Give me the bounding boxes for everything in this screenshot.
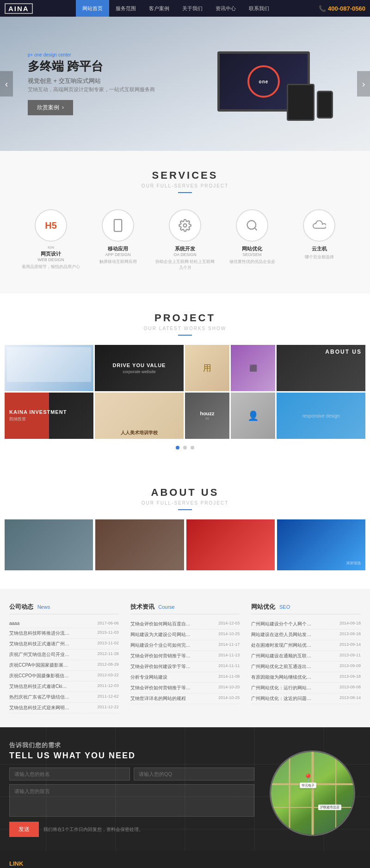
news-link[interactable]: 分析专业网站建设 [130,674,167,681]
contact-heading-en: TELL US WHAT YOU NEED [9,751,254,761]
news-link[interactable]: 网站建设在这些人员网站发展几几人 [251,631,311,638]
news-link[interactable]: 广州网站优化：这近的问题的问题 [251,695,311,702]
dot-1[interactable] [176,446,179,450]
project-item-artschool[interactable]: 人人美术培训学校 [95,393,184,439]
hero-view-btn[interactable]: 欣赏案例 › [28,100,73,115]
project-item-drive[interactable]: DRIVE YOU VALUE corporate website [95,345,184,391]
project-item-girl[interactable]: 👤 [231,393,275,439]
news-link[interactable]: 艾纳会评价如何网站百度自然排名 [130,621,191,627]
news-link[interactable]: 庆祝CCPO中国摄像影视信息展正式 [9,673,69,679]
news-date: 2013-09-11 [339,653,361,659]
news-col2-item-5: 分析专业网站建设 2014-11-08 [130,672,240,683]
news-link[interactable]: 庆祝广州艾纳信息公司开业典礼 [9,651,69,658]
news-date: 2014-10-20 [218,685,240,691]
project-title: PROJECT [5,312,365,324]
nav-item-contact[interactable]: 联系我们 [242,0,276,17]
news-date: 2013-09-14 [339,642,361,649]
news-col2-item-1: 网站建设为大建设公司网站的用途 2014-10-25 [130,630,240,640]
news-link[interactable]: 艾纳信息科技正式邀请广州市客员 [9,641,69,647]
news-date: 2014-09-18 [339,621,361,627]
service-icon-cloud [303,209,335,242]
main-nav: 网站首页 服务范围 客户案例 关于我们 资讯中心 联系我们 [76,0,276,17]
about-section: ABOUT US OUR FULL-SERVES PROJECT 演讲现场 [0,468,370,589]
map-circle: 📍 华元电子 沪联超市总店 [270,750,355,836]
project-item-purple[interactable]: ⬛ [231,345,275,391]
link-section: LINK 国际网站 | 高天空间 [9,860,361,868]
news-link[interactable]: 艾纳会评价如何营销推于等于网站建 [130,685,191,691]
news-link[interactable]: 热烈庆祝广东省乙甲级结信息展正式 [9,694,69,700]
news-link[interactable]: 艾纳会评价如何建设学于等于网站建 [130,663,191,670]
news-col1-item-5: 庆祝CCPO中国摄像影视信息展正式 2012-03-22 [9,671,119,681]
project-item-vase[interactable]: ⽤ [185,345,229,391]
news-col1-item-1: 艾纳信息科技即将推进分流营销渠道 2015-11-03 [9,628,119,639]
news-date: 2012-03-22 [98,673,119,679]
hero-arrow-left[interactable]: ‹ [0,71,13,97]
project-item-multiscreen[interactable]: responsive design [277,393,365,439]
service-name-2: 系统开发 [155,245,215,252]
news-col-seo: 网站优化 SEO 广州网站建设分个个人网个人的分享 2014-09-18 网站建… [251,603,361,713]
news-date: 2013-09-09 [339,663,361,670]
project-item-aboutus[interactable]: ABOUT US [277,345,365,391]
service-desc-1: 触屏移动互联网应用 [88,259,148,265]
news-link[interactable]: 广州网站建设在通顺的互联网算法 [251,653,311,659]
news-col3-item-1: 网站建设在这些人员网站发展几几人 2013-09-18 [251,630,361,640]
news-link[interactable]: 有原因能做为网站继续优化对网站优 [251,674,311,681]
news-link[interactable]: 艾纳信息科技正式邀请Ckinhewei [9,683,69,690]
nav-item-home[interactable]: 网站首页 [76,0,109,17]
news-link[interactable]: 广州网站优化之前互通连出的分析 [251,663,311,670]
news-col3-item-5: 有原因能做为网站继续优化对网站优 2013-09-18 [251,672,361,683]
service-item-3: 网站优化 SEO/SEM 做优量性优的优品企业必 [220,205,284,275]
news-link[interactable]: 处在困难时发现广州网站优化有几种 [251,642,311,649]
service-name-4: 云主机 [289,245,349,252]
hero-arrow-right[interactable]: › [357,71,370,97]
news-link[interactable]: 庆祝CCPA中国国家摄影展联盟正式 [9,662,69,668]
service-desc-4: 哪个百业都选择 [289,254,349,260]
news-link[interactable]: 网站建设分个业公司如何完成网络确 [130,642,191,649]
contact-message-input[interactable] [9,784,254,817]
news-date: 2014-11-13 [218,653,240,659]
service-desc-2: 协助企业上互联网 轻松上互联网几个月 [155,259,215,270]
news-col3-item-4: 广州网站优化之前互通连出的分析 2013-09-09 [251,662,361,672]
news-date: 2014-10-25 [218,631,240,638]
project-item-houzz[interactable]: houzz m [185,393,229,439]
news-date: 2014-11-11 [218,663,240,670]
contact-qq-input[interactable] [134,768,254,781]
service-name-1: 移动应用 [88,245,148,252]
dot-3[interactable] [191,446,194,450]
project-item-website[interactable] [5,345,93,391]
news-col3-item-2: 处在困难时发现广州网站优化有几种 2013-09-14 [251,640,361,651]
news-link[interactable]: 艾纳信息科技即将推进分流营销渠道 [9,630,69,637]
nav-item-services[interactable]: 服务范围 [109,0,142,17]
contact-map: 📍 华元电子 沪联超市总店 [264,741,361,836]
news-col1-item-8: 艾纳信息科技正式迎来网明白百周 2011-12-22 [9,703,119,713]
services-grid: H5 IGN 网页设计 WEB DESIGN 着用品质细节，愉悦的品用户心 移动… [7,205,363,275]
dot-2[interactable] [183,446,187,450]
about-photos: 演讲现场 [5,519,365,570]
news-link[interactable]: 艾纳会评价如何营销推于等于网站建 [130,653,191,659]
project-item-kaina[interactable]: KAINA INVESTMENT 凯纳投资 [5,393,93,439]
contact-name-input[interactable] [9,768,130,781]
services-divider [178,192,192,193]
news-link[interactable]: 广州网站优化：运行的网站优化 [251,685,311,691]
map-label-station: 沪联超市总店 [318,805,341,810]
news-col3-item-0: 广州网站建设分个个人网个人的分享 2014-09-18 [251,619,361,630]
service-item-2: 系统开发 OA DESIGN 协助企业上互联网 轻松上互联网几个月 [153,205,217,275]
news-date: 2011-12-62 [98,694,119,700]
service-icon-system [169,209,201,242]
nav-item-news[interactable]: 资讯中心 [209,0,242,17]
service-icon-html5: H5 [35,209,67,242]
news-link[interactable]: 广州网站建设分个个人网个人的分享 [251,621,311,627]
project-subtitle: OUR LATEST WORKS SHOW [5,326,365,331]
news-date: 2012-08-29 [98,662,119,668]
news-link[interactable]: 艾纳世详详名的网站的规程 [130,695,186,702]
contact-submit-btn[interactable]: 发送 [9,822,39,837]
news-link[interactable]: 网站建设为大建设公司网站的用途 [130,631,191,638]
logo: AINA [5,3,33,14]
news-link[interactable]: aaaa [9,621,19,626]
news-link[interactable]: 艾纳信息科技正式迎来网明白百周 [9,705,69,711]
nav-item-cases[interactable]: 客户案例 [142,0,176,17]
news-date: 2013-08-14 [339,695,361,702]
about-photo-1 [5,519,93,570]
nav-item-about[interactable]: 关于我们 [176,0,209,17]
project-grid-row2: KAINA INVESTMENT 凯纳投资 人人美术培训学校 houzz m 👤… [5,393,365,439]
